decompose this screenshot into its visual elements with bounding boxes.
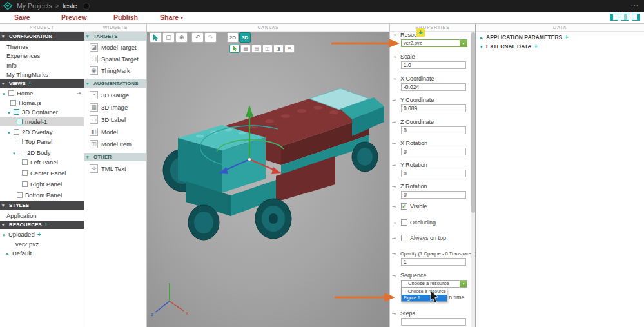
config-item-my-thingmarks[interactable]: My ThingMarks xyxy=(0,70,84,79)
navigate-to-view-icon[interactable]: ⇥ xyxy=(77,89,81,98)
add-application-parameter-icon[interactable]: + xyxy=(565,34,569,41)
pointer-tool-button[interactable] xyxy=(229,45,240,53)
add-view-icon[interactable]: + xyxy=(28,80,32,86)
tree-item-model-1[interactable]: model-1 xyxy=(0,117,84,126)
tree-item-right-panel[interactable]: Right Panel xyxy=(0,180,84,189)
external-data-section[interactable]: ▾EXTERNAL DATA+ xyxy=(480,43,641,50)
visible-checkbox[interactable]: ✓ xyxy=(401,203,407,210)
binding-icon[interactable]: ⇥ xyxy=(392,32,396,39)
redo-button[interactable]: ↷ xyxy=(204,32,217,43)
resource-select[interactable]: ver2.pvz▾ xyxy=(401,39,467,47)
x-rotation-input[interactable] xyxy=(401,148,466,155)
y-coordinate-input[interactable] xyxy=(401,104,466,112)
widget-thingmark[interactable]: ◉ThingMark xyxy=(84,65,146,76)
tree-item-2d-overlay[interactable]: ▾2D Overlay xyxy=(0,128,84,137)
layers-tool-button[interactable]: ▤ xyxy=(251,45,262,53)
mode-2d-button[interactable]: 2D xyxy=(227,32,239,43)
widget-3d-image[interactable]: ▦3D Image xyxy=(84,102,146,113)
binding-icon[interactable]: ⇥ xyxy=(392,119,396,126)
transform-tool-button[interactable]: ⊕ xyxy=(175,32,188,43)
steps-input[interactable] xyxy=(401,318,466,326)
split-tool-button[interactable]: ◫ xyxy=(262,45,273,53)
z-rotation-input[interactable] xyxy=(401,191,466,199)
undo-button[interactable]: ↶ xyxy=(191,32,204,43)
breadcrumb-my-projects[interactable]: My Projects xyxy=(17,2,52,10)
save-button[interactable]: Save xyxy=(14,12,30,23)
caret-down-icon[interactable]: ▾ xyxy=(8,108,14,117)
application-parameters-section[interactable]: ▸APPLICATION PARAMETERS+ xyxy=(480,34,641,41)
config-item-experiences[interactable]: Experiences xyxy=(0,52,84,61)
always-on-top-checkbox[interactable] xyxy=(401,235,407,241)
add-resource-icon[interactable]: + xyxy=(44,221,48,228)
caret-right-icon[interactable]: ▸ xyxy=(6,250,12,259)
tree-item-bottom-panel[interactable]: Bottom Panel xyxy=(0,191,84,200)
widget-spatial-target[interactable]: ▢Spatial Target xyxy=(84,54,146,64)
binding-icon[interactable]: ⇥ xyxy=(392,250,396,257)
binding-icon[interactable]: ⇥ xyxy=(392,219,396,226)
toggle-left-panel-icon[interactable] xyxy=(610,14,618,21)
section-augmentations[interactable]: ▾AUGMENTATIONS xyxy=(84,79,146,88)
caret-down-icon[interactable]: ▾ xyxy=(13,149,19,158)
tree-item-center-panel[interactable]: Center Panel xyxy=(0,169,84,178)
select-tool-button[interactable] xyxy=(150,32,162,43)
binding-icon[interactable]: ⇥ xyxy=(392,183,396,190)
binding-icon[interactable]: ⇥ xyxy=(392,97,396,104)
toggle-right-panel-icon[interactable] xyxy=(632,14,640,21)
add-resource-plus-icon[interactable]: + xyxy=(416,28,425,37)
tree-item-top-panel[interactable]: Top Panel xyxy=(0,137,84,146)
binding-icon[interactable]: ⇥ xyxy=(392,75,396,83)
tree-item-3d-container[interactable]: ▾3D Container xyxy=(0,108,84,117)
tree-item-home-js[interactable]: Home.js xyxy=(0,99,84,108)
sequence-select-caret-icon[interactable]: ▾ xyxy=(460,281,467,287)
3d-viewport[interactable]: z x xyxy=(147,32,389,327)
resources-item-ver2-pvz[interactable]: ver2.pvz xyxy=(0,240,84,249)
toggle-center-panel-icon[interactable] xyxy=(621,14,629,21)
caret-down-icon[interactable]: ▾ xyxy=(8,128,14,137)
binding-icon[interactable]: ⇥ xyxy=(392,272,396,279)
widget-model-item[interactable]: ◫Model Item xyxy=(84,139,146,150)
mode-3d-button[interactable]: 3D xyxy=(239,32,251,43)
styles-item-application[interactable]: Application xyxy=(0,212,84,221)
scale-input[interactable] xyxy=(401,61,466,69)
tree-item-home[interactable]: ▾Home⇥ xyxy=(0,89,84,98)
widget-3d-gauge[interactable]: ◔3D Gauge xyxy=(84,90,146,101)
scrollbar-thumb[interactable] xyxy=(471,32,475,213)
binding-icon[interactable]: ⇥ xyxy=(392,235,396,242)
binding-icon[interactable]: ⇥ xyxy=(392,203,396,210)
sequence-option-figure-1[interactable]: Figure 1 xyxy=(402,295,447,301)
binding-icon[interactable]: ⇥ xyxy=(392,310,396,317)
caret-down-icon[interactable]: ▾ xyxy=(3,231,8,240)
resource-select-caret-icon[interactable]: ▾ xyxy=(460,40,467,46)
section-views[interactable]: ▾VIEWS+ xyxy=(0,79,84,88)
widget-model-target[interactable]: ◪Model Target xyxy=(84,42,146,53)
overflow-menu-icon[interactable]: ⋯ xyxy=(630,1,639,10)
config-item-themes[interactable]: Themes xyxy=(0,43,84,52)
add-external-data-icon[interactable]: + xyxy=(534,43,538,50)
add-uploaded-resource-icon[interactable]: + xyxy=(37,231,41,238)
fill-tool-button[interactable]: ◨ xyxy=(273,45,284,53)
section-other[interactable]: ▾OTHER xyxy=(84,153,146,161)
publish-button[interactable]: Publish xyxy=(113,12,138,23)
sequence-select[interactable]: -- Choose a resource --▾ xyxy=(401,280,467,288)
opacity-input[interactable] xyxy=(401,258,466,266)
widget-model[interactable]: ◧Model xyxy=(84,126,146,137)
occluding-checkbox[interactable] xyxy=(401,219,407,226)
binding-icon[interactable]: ⇥ xyxy=(392,162,396,169)
resources-item-uploaded[interactable]: ▾Uploaded+ xyxy=(0,230,84,239)
binding-icon[interactable]: ⇥ xyxy=(392,54,396,61)
tree-item-2d-body[interactable]: ▾2D Body xyxy=(0,148,84,157)
grid-tool-button[interactable]: ▦ xyxy=(240,45,251,53)
share-button[interactable]: Share▾ xyxy=(160,12,183,23)
properties-scrollbar[interactable] xyxy=(471,32,475,327)
binding-icon[interactable]: ⇥ xyxy=(392,140,396,147)
tree-item-left-panel[interactable]: Left Panel xyxy=(0,158,84,167)
caret-down-icon[interactable]: ▾ xyxy=(3,90,8,99)
preview-button[interactable]: Preview xyxy=(61,12,87,23)
section-targets[interactable]: ▾TARGETS xyxy=(84,32,146,41)
config-item-info[interactable]: Info xyxy=(0,61,84,70)
resources-item-default[interactable]: ▸Default xyxy=(0,249,84,258)
sequence-option-choose[interactable]: -- Choose a resource -- xyxy=(402,288,447,295)
x-coordinate-input[interactable] xyxy=(401,83,466,91)
z-coordinate-input[interactable] xyxy=(401,126,466,134)
section-resources[interactable]: ▾RESOURCES+ xyxy=(0,221,84,229)
